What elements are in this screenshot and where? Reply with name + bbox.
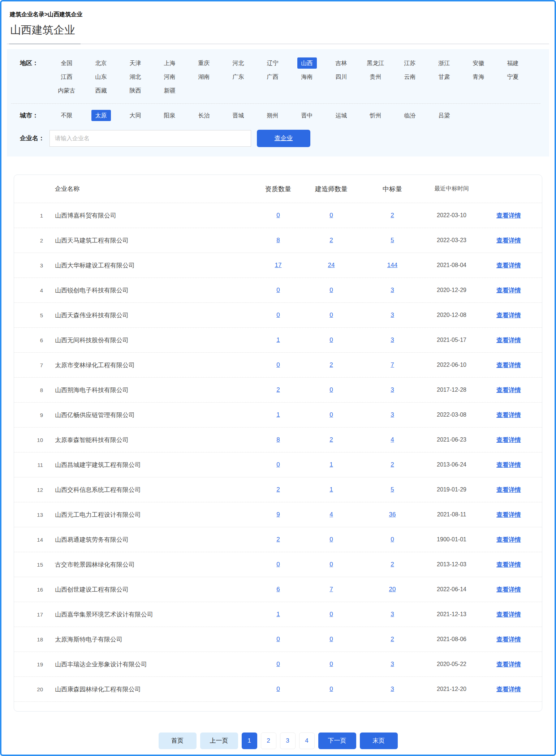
region-item[interactable]: 福建 <box>496 57 530 69</box>
view-details-link[interactable]: 查看详情 <box>483 361 534 369</box>
qualification-count-link[interactable]: 0 <box>259 561 298 568</box>
region-item[interactable]: 湖南 <box>187 71 221 83</box>
last-page-button[interactable]: 末页 <box>360 733 398 749</box>
region-item[interactable]: 山西 <box>290 57 324 69</box>
region-item[interactable]: 湖北 <box>118 71 152 83</box>
city-item[interactable]: 朔州 <box>255 109 290 122</box>
bid-count-link[interactable]: 144 <box>365 262 420 269</box>
region-item[interactable]: 陕西 <box>118 85 152 97</box>
builder-count-link[interactable]: 24 <box>298 262 365 269</box>
builder-count-link[interactable]: 0 <box>298 561 365 568</box>
view-details-link[interactable]: 查看详情 <box>483 436 534 444</box>
region-item[interactable]: 江苏 <box>393 57 427 69</box>
view-details-link[interactable]: 查看详情 <box>483 461 534 469</box>
region-item[interactable]: 全国 <box>49 57 84 69</box>
builder-count-link[interactable]: 1 <box>298 486 365 493</box>
qualification-count-link[interactable]: 1 <box>259 611 298 618</box>
qualification-count-link[interactable]: 2 <box>259 386 298 394</box>
region-item[interactable]: 西藏 <box>84 85 118 97</box>
view-details-link[interactable]: 查看详情 <box>483 585 534 594</box>
first-page-button[interactable]: 首页 <box>159 733 197 749</box>
page-number-button[interactable]: 4 <box>299 733 315 749</box>
qualification-count-link[interactable]: 0 <box>259 312 298 319</box>
view-details-link[interactable]: 查看详情 <box>483 635 534 644</box>
region-item[interactable]: 新疆 <box>152 85 187 97</box>
bid-count-link[interactable]: 3 <box>365 661 420 668</box>
page-number-button[interactable]: 3 <box>280 733 296 749</box>
bid-count-link[interactable]: 3 <box>365 312 420 319</box>
page-number-button[interactable]: 1 <box>242 733 257 749</box>
city-item[interactable]: 太原 <box>84 109 118 122</box>
builder-count-link[interactable]: 0 <box>298 287 365 294</box>
region-item[interactable]: 广东 <box>221 71 255 83</box>
bid-count-link[interactable]: 7 <box>365 361 420 369</box>
city-item[interactable]: 阳泉 <box>152 109 187 122</box>
qualification-count-link[interactable]: 8 <box>259 436 298 443</box>
region-item[interactable]: 甘肃 <box>427 71 461 83</box>
city-item[interactable]: 吕梁 <box>427 109 461 122</box>
view-details-link[interactable]: 查看详情 <box>483 386 534 394</box>
bid-count-link[interactable]: 2 <box>365 636 420 643</box>
view-details-link[interactable]: 查看详情 <box>483 610 534 619</box>
view-details-link[interactable]: 查看详情 <box>483 336 534 344</box>
view-details-link[interactable]: 查看详情 <box>483 486 534 494</box>
region-item[interactable]: 山东 <box>84 71 118 83</box>
city-item[interactable]: 晋城 <box>221 109 255 122</box>
qualification-count-link[interactable]: 1 <box>259 411 298 418</box>
region-item[interactable]: 云南 <box>393 71 427 83</box>
region-item[interactable]: 安徽 <box>461 57 496 69</box>
builder-count-link[interactable]: 0 <box>298 536 365 543</box>
qualification-count-link[interactable]: 2 <box>259 486 298 493</box>
qualification-count-link[interactable]: 8 <box>259 237 298 244</box>
builder-count-link[interactable]: 0 <box>298 212 365 219</box>
qualification-count-link[interactable]: 2 <box>259 536 298 543</box>
builder-count-link[interactable]: 4 <box>298 511 365 518</box>
qualification-count-link[interactable]: 0 <box>259 361 298 369</box>
region-item[interactable]: 贵州 <box>358 71 393 83</box>
view-details-link[interactable]: 查看详情 <box>483 511 534 519</box>
bid-count-link[interactable]: 4 <box>365 436 420 443</box>
bid-count-link[interactable]: 3 <box>365 411 420 418</box>
qualification-count-link[interactable]: 6 <box>259 586 298 593</box>
city-item[interactable]: 不限 <box>49 109 84 122</box>
region-item[interactable]: 上海 <box>152 57 187 69</box>
city-item[interactable]: 晋中 <box>290 109 324 122</box>
company-name-input[interactable] <box>49 130 251 147</box>
builder-count-link[interactable]: 0 <box>298 411 365 418</box>
bid-count-link[interactable]: 2 <box>365 212 420 219</box>
bid-count-link[interactable]: 0 <box>365 536 420 543</box>
page-number-button[interactable]: 2 <box>261 733 276 749</box>
view-details-link[interactable]: 查看详情 <box>483 286 534 295</box>
qualification-count-link[interactable]: 9 <box>259 511 298 518</box>
bid-count-link[interactable]: 3 <box>365 686 420 693</box>
view-details-link[interactable]: 查看详情 <box>483 560 534 569</box>
view-details-link[interactable]: 查看详情 <box>483 411 534 419</box>
bid-count-link[interactable]: 5 <box>365 237 420 244</box>
region-item[interactable]: 宁夏 <box>496 71 530 83</box>
region-item[interactable]: 广西 <box>255 71 290 83</box>
search-company-button[interactable]: 查企业 <box>257 130 310 147</box>
city-item[interactable]: 忻州 <box>358 109 393 122</box>
qualification-count-link[interactable]: 0 <box>259 287 298 294</box>
view-details-link[interactable]: 查看详情 <box>483 660 534 669</box>
qualification-count-link[interactable]: 0 <box>259 461 298 468</box>
builder-count-link[interactable]: 0 <box>298 386 365 394</box>
city-item[interactable]: 大同 <box>118 109 152 122</box>
builder-count-link[interactable]: 0 <box>298 661 365 668</box>
bid-count-link[interactable]: 3 <box>365 386 420 394</box>
view-details-link[interactable]: 查看详情 <box>483 211 534 220</box>
region-item[interactable]: 四川 <box>324 71 358 83</box>
builder-count-link[interactable]: 0 <box>298 312 365 319</box>
region-item[interactable]: 内蒙古 <box>49 85 84 97</box>
view-details-link[interactable]: 查看详情 <box>483 311 534 319</box>
builder-count-link[interactable]: 0 <box>298 686 365 693</box>
breadcrumb[interactable]: 建筑企业名录>山西建筑企业 <box>10 11 555 18</box>
qualification-count-link[interactable]: 0 <box>259 636 298 643</box>
view-details-link[interactable]: 查看详情 <box>483 261 534 270</box>
builder-count-link[interactable]: 0 <box>298 336 365 344</box>
region-item[interactable]: 天津 <box>118 57 152 69</box>
region-item[interactable]: 黑龙江 <box>358 57 393 69</box>
qualification-count-link[interactable]: 0 <box>259 212 298 219</box>
view-details-link[interactable]: 查看详情 <box>483 236 534 245</box>
region-item[interactable]: 江西 <box>49 71 84 83</box>
